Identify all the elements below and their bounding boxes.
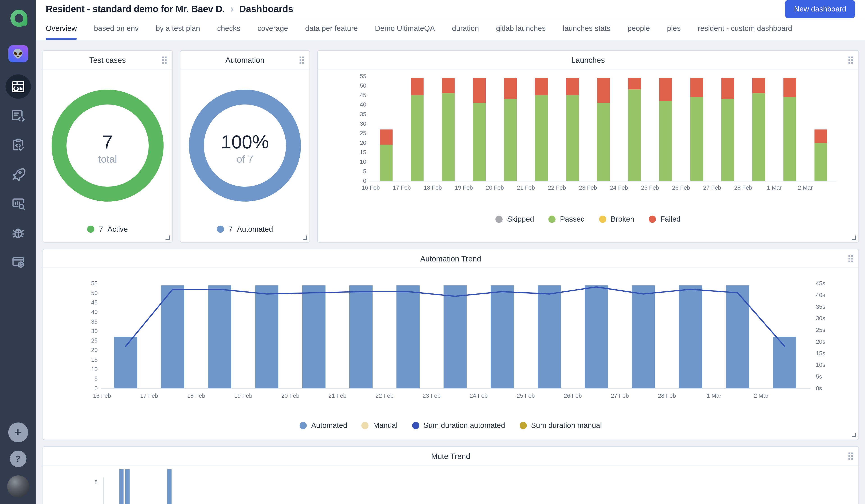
- bar-automated: [396, 285, 420, 388]
- bar-automated: [632, 285, 655, 388]
- bar-automated: [679, 285, 702, 388]
- tab-based-on-env[interactable]: based on env: [94, 18, 139, 40]
- new-dashboard-button[interactable]: New dashboard: [785, 0, 855, 18]
- sidebar-item-defects[interactable]: [5, 221, 31, 245]
- svg-text:19 Feb: 19 Feb: [455, 185, 473, 191]
- main-area: Resident - standard demo for Mr. Baev D.…: [36, 0, 865, 504]
- tab-overview[interactable]: Overview: [46, 18, 77, 40]
- svg-text:27 Feb: 27 Feb: [703, 185, 721, 191]
- svg-text:8: 8: [94, 479, 97, 485]
- bar-automated: [538, 285, 561, 388]
- bar-automated: [726, 285, 749, 388]
- alien-icon: 👽: [12, 49, 23, 59]
- svg-text:35s: 35s: [816, 304, 825, 310]
- bar-failed: [721, 78, 734, 99]
- widget-automation-trend-header: Automation Trend: [43, 249, 858, 268]
- tab-by-a-test-plan[interactable]: by a test plan: [155, 18, 200, 40]
- bar-muted: [119, 469, 124, 504]
- legend-item-broken[interactable]: Broken: [599, 215, 634, 223]
- tab-pies[interactable]: pies: [667, 18, 681, 40]
- svg-text:16 Feb: 16 Feb: [362, 185, 380, 191]
- drag-handle-icon[interactable]: [849, 452, 853, 459]
- svg-text:1 Mar: 1 Mar: [767, 185, 782, 191]
- legend-dot-icon: [300, 422, 307, 429]
- legend-item-failed[interactable]: Failed: [649, 215, 681, 223]
- bar-passed: [411, 95, 424, 181]
- widget-title: Automation Trend: [420, 254, 481, 263]
- help-button[interactable]: ?: [10, 450, 26, 467]
- legend-item-passed[interactable]: Passed: [549, 215, 585, 223]
- test-cases-legend: 7Active: [43, 225, 172, 233]
- bar-failed: [690, 78, 703, 97]
- svg-text:20: 20: [91, 347, 98, 353]
- sidebar-item-analytics[interactable]: [5, 191, 31, 216]
- tab-gitlab-launches[interactable]: gitlab launches: [496, 18, 546, 40]
- bar-automated: [208, 285, 231, 388]
- user-avatar[interactable]: [7, 476, 29, 497]
- svg-text:10: 10: [91, 366, 98, 372]
- svg-text:55: 55: [91, 280, 98, 286]
- legend-item-automated[interactable]: 7Automated: [217, 225, 273, 233]
- legend-item-manual[interactable]: Manual: [361, 421, 397, 430]
- svg-text:18 Feb: 18 Feb: [424, 185, 442, 191]
- drag-handle-icon[interactable]: [162, 56, 167, 63]
- sidebar-item-jobs[interactable]: [5, 250, 31, 274]
- breadcrumb-project[interactable]: Resident - standard demo for Mr. Baev D.: [46, 4, 225, 15]
- legend-label: Failed: [660, 215, 681, 223]
- resize-handle-icon[interactable]: [852, 433, 856, 437]
- legend-label: Skipped: [507, 215, 534, 223]
- bar-passed: [535, 95, 547, 181]
- create-button[interactable]: +: [8, 422, 28, 442]
- svg-text:26 Feb: 26 Feb: [564, 392, 582, 399]
- sidebar-item-test-plans[interactable]: [5, 133, 31, 157]
- sidebar-item-launches[interactable]: [5, 162, 31, 186]
- bar-failed: [473, 78, 486, 103]
- widget-automation-trend: Automation Trend 05101520253035404550550…: [43, 249, 859, 440]
- topbar: Resident - standard demo for Mr. Baev D.…: [36, 0, 865, 18]
- resize-handle-icon[interactable]: [303, 236, 307, 240]
- bar-passed: [721, 99, 734, 181]
- allure-logo[interactable]: [7, 7, 29, 28]
- jobs-player-icon: [10, 254, 26, 270]
- legend-item-automated[interactable]: Automated: [300, 421, 347, 430]
- resize-handle-icon[interactable]: [852, 236, 856, 240]
- tab-coverage[interactable]: coverage: [257, 18, 288, 40]
- svg-text:5s: 5s: [816, 373, 822, 380]
- tab-launches-stats[interactable]: launches stats: [563, 18, 610, 40]
- svg-text:25 Feb: 25 Feb: [517, 392, 535, 399]
- allure-logo-icon: [8, 7, 28, 28]
- svg-text:40: 40: [360, 101, 367, 108]
- resize-handle-icon[interactable]: [165, 236, 170, 240]
- drag-handle-icon[interactable]: [849, 255, 853, 262]
- automation-trend-combo-chart: 05101520253035404550550s5s10s15s20s25s30…: [54, 276, 848, 413]
- tab-duration[interactable]: duration: [452, 18, 479, 40]
- svg-text:15: 15: [360, 149, 367, 155]
- drag-handle-icon[interactable]: [300, 56, 304, 63]
- legend-item-sum-duration-manual[interactable]: Sum duration manual: [519, 421, 602, 430]
- sidebar-item-dashboards[interactable]: [5, 74, 31, 99]
- widget-automation: Automation 100% of 7 7Automated: [180, 50, 310, 243]
- legend-item-active[interactable]: 7Active: [88, 225, 128, 233]
- automation-of-label: of 7: [181, 154, 310, 165]
- tab-people[interactable]: people: [627, 18, 650, 40]
- tab-resident-custom-dashboard[interactable]: resident - custom dashboard: [698, 18, 792, 40]
- widget-title: Automation: [226, 55, 264, 64]
- legend-item-skipped[interactable]: Skipped: [496, 215, 534, 223]
- bar-failed: [815, 129, 827, 143]
- automation-legend: 7Automated: [181, 225, 310, 233]
- ai-assistant-button[interactable]: 👽: [8, 45, 28, 62]
- bar-failed: [628, 78, 641, 90]
- tab-checks[interactable]: checks: [217, 18, 240, 40]
- tab-data-per-feature[interactable]: data per feature: [305, 18, 358, 40]
- defects-bug-icon: [10, 224, 26, 241]
- legend-item-sum-duration-automated[interactable]: Sum duration automated: [412, 421, 505, 430]
- bar-passed: [783, 97, 796, 181]
- sidebar-item-test-cases[interactable]: [5, 104, 31, 128]
- bar-passed: [752, 93, 765, 181]
- drag-handle-icon[interactable]: [849, 56, 853, 63]
- legend-label: Manual: [373, 421, 397, 430]
- legend-dot-icon: [649, 216, 656, 223]
- bar-failed: [566, 78, 579, 95]
- tab-demo-ultimateqa[interactable]: Demo UltimateQA: [375, 18, 435, 40]
- svg-text:23 Feb: 23 Feb: [423, 392, 441, 399]
